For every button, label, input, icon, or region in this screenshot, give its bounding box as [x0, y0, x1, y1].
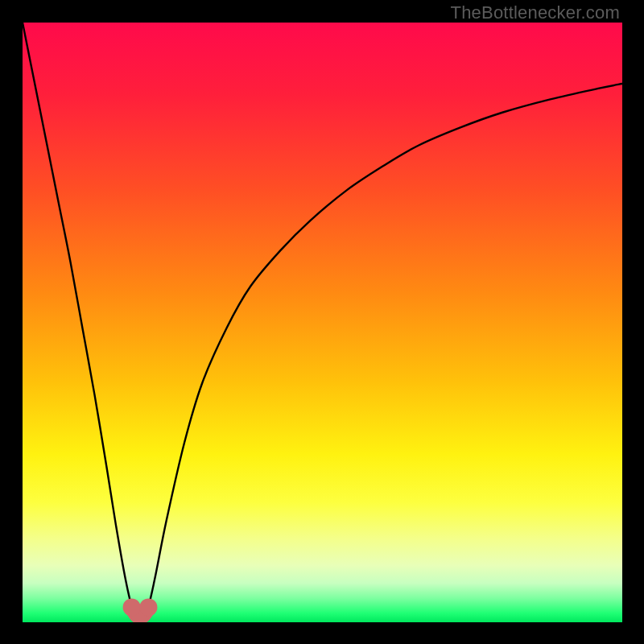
bottleneck-curve	[23, 23, 622, 622]
attribution-text: TheBottlenecker.com	[451, 2, 620, 23]
minimum-marker-dot-0	[123, 598, 141, 616]
plot-area	[23, 23, 622, 622]
chart-frame: TheBottlenecker.com	[0, 0, 644, 644]
minimum-marker-dot-1	[139, 598, 157, 616]
curve-path	[23, 23, 622, 622]
